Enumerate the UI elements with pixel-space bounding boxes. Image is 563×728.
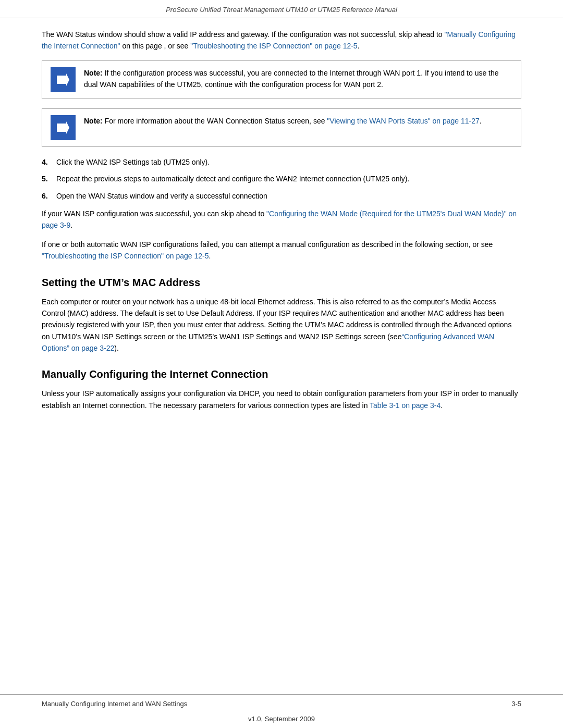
- intro-link2[interactable]: "Troubleshooting the ISP Connection" on …: [190, 42, 358, 50]
- content-area: The WAN Status window should show a vali…: [0, 18, 563, 694]
- intro-text-end: .: [358, 42, 360, 50]
- list-item: 5. Repeat the previous steps to automati…: [42, 173, 521, 184]
- numbered-list: 4. Click the WAN2 ISP Settings tab (UTM2…: [42, 156, 521, 202]
- note2-after: .: [480, 117, 482, 125]
- list-item: 6. Open the WAN Status window and verify…: [42, 190, 521, 202]
- section1-heading: Setting the UTM’s MAC Address: [42, 277, 521, 289]
- intro-text-mid: on this page , or see: [120, 42, 191, 50]
- para2-link[interactable]: "Troubleshooting the ISP Connection" on …: [42, 252, 209, 260]
- item4-num: 4.: [42, 156, 56, 168]
- intro-text-before: The WAN Status window should show a vali…: [42, 30, 445, 39]
- item6-text: Open the WAN Status window and verify a …: [56, 190, 267, 202]
- section2-text: Unless your ISP automatically assigns yo…: [42, 389, 518, 409]
- note2-link[interactable]: "Viewing the WAN Ports Status" on page 1…: [327, 117, 479, 125]
- intro-paragraph: The WAN Status window should show a vali…: [42, 29, 521, 52]
- item6-num: 6.: [42, 190, 56, 202]
- para2-before: If one or both automatic WAN ISP configu…: [42, 240, 493, 249]
- footer-left: Manually Configuring Internet and WAN Se…: [42, 700, 187, 708]
- arrow-right-icon-2: [55, 119, 71, 136]
- header-title: ProSecure Unified Threat Management UTM1…: [166, 6, 397, 14]
- note2-bold: Note:: [84, 117, 103, 125]
- note2-text: For more information about the WAN Conne…: [103, 117, 327, 125]
- para1-before: If your WAN ISP configuration was succes…: [42, 209, 266, 218]
- section1-after: ).: [114, 344, 119, 352]
- note1-text: If the configuration process was success…: [84, 69, 499, 89]
- section2-body: Unless your ISP automatically assigns yo…: [42, 388, 521, 411]
- note-box-2: Note: For more information about the WAN…: [42, 108, 521, 147]
- footer-right: 3-5: [511, 700, 521, 708]
- section1-body: Each computer or router on your network …: [42, 296, 521, 354]
- note-icon-1: [51, 67, 76, 92]
- note-content-2: Note: For more information about the WAN…: [84, 115, 482, 127]
- para1-after: .: [70, 221, 72, 229]
- note1-bold: Note:: [84, 69, 103, 77]
- item4-text: Click the WAN2 ISP Settings tab (UTM25 o…: [56, 156, 210, 168]
- note-icon-2: [51, 115, 76, 140]
- section2-link[interactable]: Table 3-1 on page 3-4: [370, 401, 440, 410]
- note-content-1: Note: If the configuration process was s…: [84, 67, 512, 91]
- para1: If your WAN ISP configuration was succes…: [42, 208, 521, 231]
- para2: If one or both automatic WAN ISP configu…: [42, 239, 521, 262]
- section2-heading: Manually Configuring the Internet Connec…: [42, 368, 521, 380]
- header-bar: ProSecure Unified Threat Management UTM1…: [0, 0, 563, 18]
- svg-marker-0: [57, 73, 69, 86]
- note-box-1: Note: If the configuration process was s…: [42, 60, 521, 99]
- footer-version: v1.0, September 2009: [0, 713, 563, 728]
- item5-num: 5.: [42, 173, 56, 184]
- arrow-right-icon: [55, 71, 71, 88]
- list-item: 4. Click the WAN2 ISP Settings tab (UTM2…: [42, 156, 521, 168]
- section2-after: .: [440, 401, 443, 410]
- page-container: ProSecure Unified Threat Management UTM1…: [0, 0, 563, 728]
- para2-after: .: [209, 252, 211, 260]
- svg-marker-1: [57, 121, 69, 134]
- footer-bar: Manually Configuring Internet and WAN Se…: [0, 694, 563, 713]
- item5-text: Repeat the previous steps to automatical…: [56, 173, 409, 184]
